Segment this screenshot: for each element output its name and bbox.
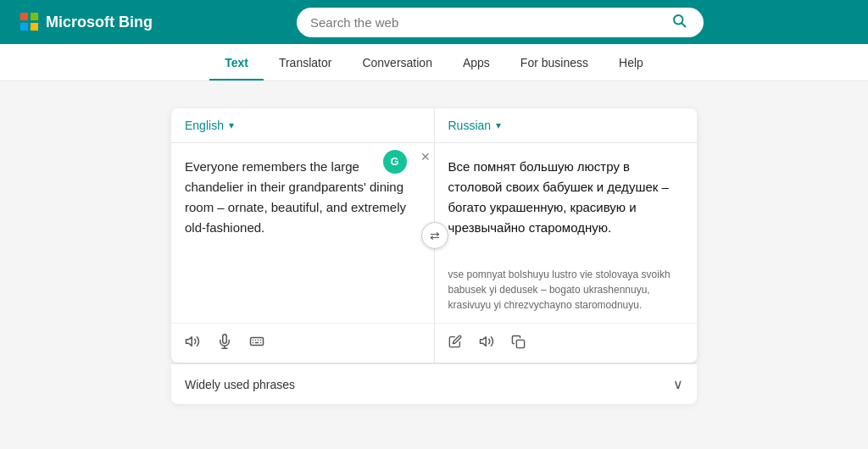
nav-item-text[interactable]: Text	[209, 44, 264, 80]
nav-item-help[interactable]: Help	[604, 44, 659, 80]
nav-item-apps[interactable]: Apps	[448, 44, 505, 80]
translated-text-area: Все помнят большую люстру в столовой сво…	[435, 143, 698, 267]
svg-marker-2	[186, 337, 192, 346]
target-panel-footer	[435, 323, 698, 363]
nav: Text Translator Conversation Apps For bu…	[0, 44, 868, 81]
transliteration-text: vse pomnyat bolshuyu lustro vie stolovay…	[435, 267, 698, 323]
search-input[interactable]	[310, 15, 668, 30]
source-panel-header: English ▾	[171, 108, 434, 143]
target-lang-chevron-icon: ▾	[496, 119, 501, 131]
source-language-label: English	[185, 119, 224, 132]
source-panel-footer	[171, 323, 434, 363]
phrases-label: Widely used phrases	[185, 378, 295, 391]
source-mic-button[interactable]	[214, 330, 236, 356]
widely-used-phrases-bar[interactable]: Widely used phrases ∨	[171, 363, 697, 404]
windows-logo-icon	[20, 13, 39, 31]
source-speak-button[interactable]	[181, 330, 203, 356]
header: Microsoft Bing	[0, 0, 868, 44]
target-panel-header: Russian ▾	[435, 108, 698, 143]
swap-languages-button[interactable]: ⇄	[421, 222, 448, 249]
source-text: Everyone remembers the large chandelier …	[185, 159, 406, 235]
target-edit-button[interactable]	[445, 331, 465, 355]
grammarly-badge: G	[383, 150, 407, 174]
source-text-area[interactable]: G ✕ Everyone remembers the large chandel…	[171, 143, 434, 323]
translated-text: Все помнят большую люстру в столовой сво…	[448, 159, 669, 235]
target-panel: Russian ▾ Все помнят большую люстру в ст…	[435, 108, 698, 363]
target-copy-button[interactable]	[508, 331, 529, 356]
source-panel: English ▾ G ✕ Everyone remembers the lar…	[171, 108, 435, 363]
source-lang-chevron-icon: ▾	[229, 119, 234, 131]
clear-text-button[interactable]: ✕	[420, 150, 431, 164]
svg-marker-13	[480, 337, 486, 346]
search-button[interactable]	[668, 13, 690, 32]
target-language-label: Russian	[448, 119, 492, 132]
svg-rect-14	[516, 340, 524, 347]
translator-container: English ▾ G ✕ Everyone remembers the lar…	[171, 108, 697, 404]
search-bar	[153, 8, 848, 37]
svg-line-1	[682, 23, 685, 26]
source-keyboard-button[interactable]	[246, 330, 268, 356]
brand-name: Microsoft Bing	[46, 14, 153, 31]
nav-item-conversation[interactable]: Conversation	[347, 44, 448, 80]
svg-rect-5	[251, 338, 264, 346]
logo[interactable]: Microsoft Bing	[20, 13, 153, 31]
target-language-selector[interactable]: Russian ▾	[448, 119, 502, 132]
nav-item-for-business[interactable]: For business	[505, 44, 604, 80]
search-input-wrap	[297, 8, 704, 37]
target-speak-button[interactable]	[476, 330, 498, 356]
translation-panels: English ▾ G ✕ Everyone remembers the lar…	[171, 108, 697, 363]
phrases-chevron-icon: ∨	[673, 376, 683, 392]
main-content: English ▾ G ✕ Everyone remembers the lar…	[0, 81, 868, 431]
nav-item-translator[interactable]: Translator	[264, 44, 348, 80]
source-language-selector[interactable]: English ▾	[185, 119, 234, 132]
